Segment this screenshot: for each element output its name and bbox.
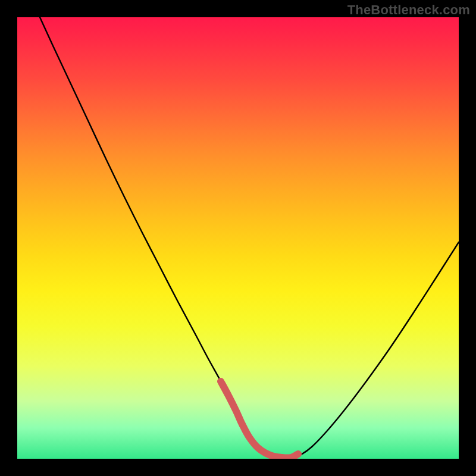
chart-frame: TheBottleneck.com xyxy=(0,0,476,476)
bottleneck-curve-accent xyxy=(221,381,298,458)
watermark-text: TheBottleneck.com xyxy=(347,2,470,18)
bottleneck-curve xyxy=(40,17,459,458)
plot-area xyxy=(17,17,459,459)
curve-layer xyxy=(17,17,459,459)
